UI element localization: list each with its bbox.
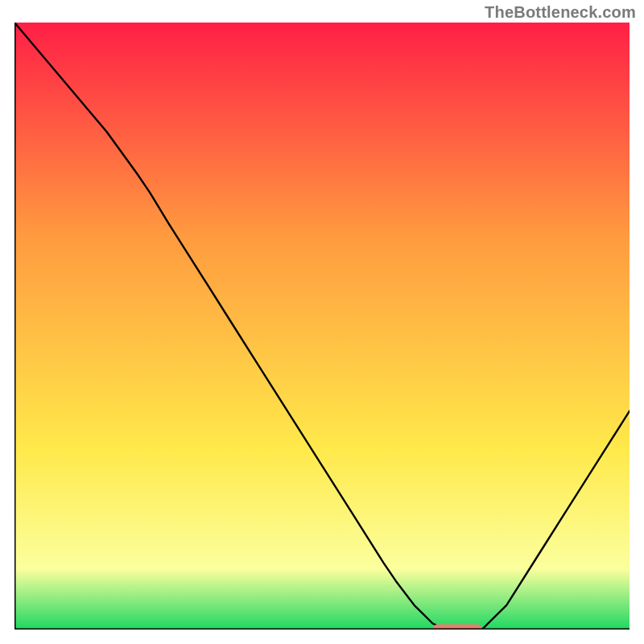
watermark-text: TheBottleneck.com (485, 3, 636, 22)
chart-container: TheBottleneck.com (0, 0, 644, 644)
plot-area (14, 23, 630, 630)
gradient-background (14, 23, 630, 630)
chart-svg (14, 23, 630, 630)
